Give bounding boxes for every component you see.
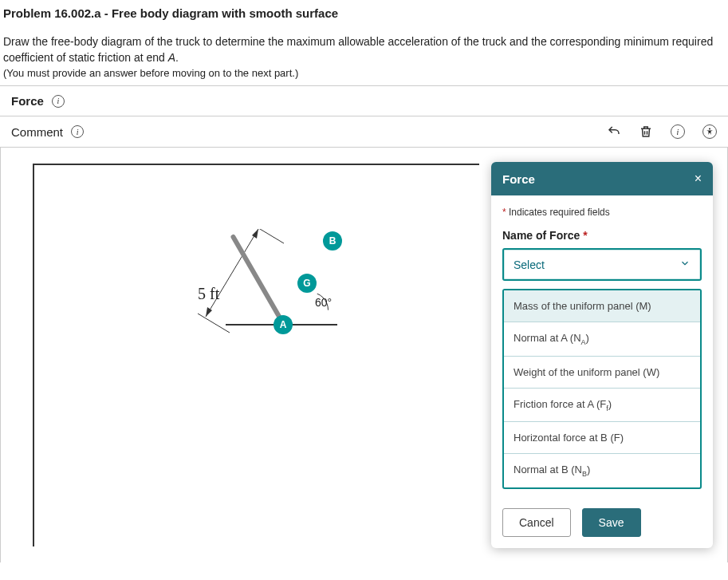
desc-text-end: .	[175, 51, 179, 64]
select-options-list: Mass of the uniform panel (M) Normal at …	[502, 289, 702, 489]
field-label-text: Name of Force	[502, 229, 580, 242]
required-note-text: Indicates required fields	[509, 207, 610, 218]
svg-line-1	[206, 229, 258, 317]
node-b[interactable]: B	[323, 231, 342, 251]
trash-icon[interactable]	[639, 124, 653, 139]
panel-header: Force ×	[491, 162, 713, 195]
info-icon[interactable]: i	[71, 125, 84, 138]
tab-force[interactable]: Force i	[0, 86, 728, 116]
chevron-down-icon	[679, 258, 691, 271]
select-placeholder: Select	[514, 258, 545, 271]
canvas-frame: 5 ft 60° A G B	[33, 164, 479, 546]
close-icon[interactable]: ×	[695, 172, 702, 186]
required-note: * Indicates required fields	[502, 207, 702, 218]
info-icon[interactable]: i	[52, 95, 65, 108]
force-panel: Force × * Indicates required fields Name…	[491, 162, 713, 548]
problem-title: Problem 16.002.a - Free body diagram wit…	[3, 6, 725, 20]
node-a[interactable]: A	[273, 315, 293, 334]
option-normal-a[interactable]: Normal at A (NA)	[504, 322, 700, 356]
node-g[interactable]: G	[297, 274, 317, 293]
option-weight[interactable]: Weight of the uniform panel (W)	[504, 356, 700, 388]
undo-icon[interactable]	[607, 124, 621, 139]
svg-marker-5	[252, 229, 258, 239]
svg-marker-4	[206, 307, 212, 317]
drawing-workspace[interactable]: 5 ft 60° A G B Force × * Indicates requi…	[0, 148, 728, 562]
length-label: 5 ft	[198, 285, 219, 303]
problem-description: Draw the free-body diagram of the truck …	[3, 34, 725, 65]
tab-force-label: Force	[11, 94, 44, 108]
option-horizontal-b[interactable]: Horizontal force at B (F)	[504, 421, 700, 453]
option-friction-a[interactable]: Friction force at A (Ff)	[504, 388, 700, 422]
panel-title: Force	[502, 172, 535, 186]
svg-point-0	[709, 128, 710, 130]
info-icon[interactable]: i	[671, 124, 685, 139]
option-normal-b[interactable]: Normal at B (NB)	[504, 453, 700, 487]
tab-comment-label: Comment	[11, 125, 63, 139]
force-name-select[interactable]: Select	[502, 248, 702, 281]
cancel-button[interactable]: Cancel	[502, 508, 571, 537]
field-label: Name of Force *	[502, 229, 702, 242]
option-mass[interactable]: Mass of the uniform panel (M)	[504, 290, 700, 322]
prereq-note: (You must provide an answer before movin…	[3, 67, 725, 79]
tab-comment[interactable]: Comment i i	[0, 116, 728, 148]
desc-text: Draw the free-body diagram of the truck …	[3, 35, 713, 64]
accessibility-icon[interactable]	[702, 124, 717, 139]
angle-label: 60°	[315, 296, 332, 309]
svg-line-2	[198, 314, 230, 333]
desc-em: A	[168, 51, 175, 64]
save-button[interactable]: Save	[582, 508, 641, 537]
